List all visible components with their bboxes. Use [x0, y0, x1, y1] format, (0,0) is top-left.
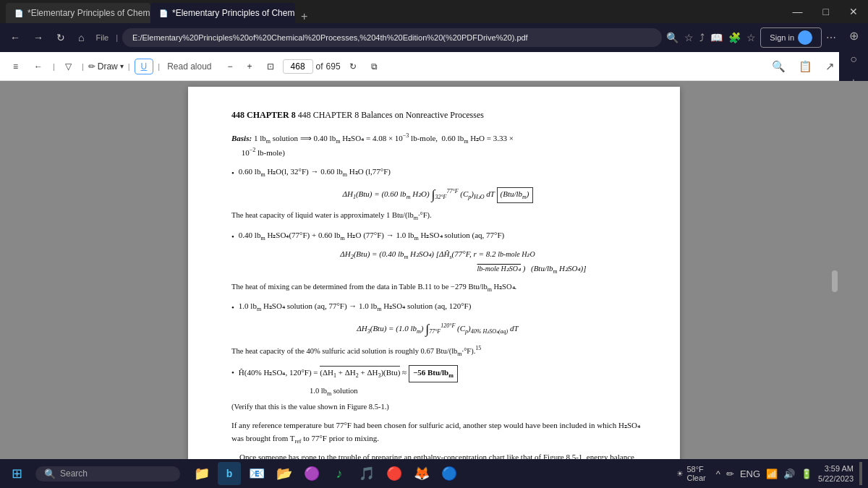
- equation-1: ΔH1(Btu) = (0.60 lbm H₂O) ∫32°F77°F (Cp)…: [231, 184, 644, 205]
- tab-icon-2: 📄: [159, 9, 168, 17]
- start-button[interactable]: ⊞: [6, 466, 28, 481]
- tab-bar: 📄 *Elementary Principles of Chemic ✕ 📄 *…: [6, 0, 313, 23]
- toolbar-sep4: |: [158, 62, 160, 71]
- address-fav-icon[interactable]: ☆: [684, 32, 694, 43]
- taskbar-right-area: ☀ 58°F Clear ^ ✏ ENG 📶 🔊 🔋 3:59 AM 5/22/…: [676, 462, 862, 485]
- restore-button[interactable]: □: [819, 4, 833, 19]
- toolbar-separator: |: [53, 62, 55, 71]
- temperature-label: 58°F: [686, 465, 705, 474]
- taskbar-app-file-explorer[interactable]: 📁: [190, 462, 213, 485]
- main-content-area: 448 CHAPTER 8 448 CHAPTER 8 Balances on …: [0, 81, 868, 459]
- toolbar-sep3: |: [128, 62, 130, 71]
- toolbar-filter-button[interactable]: ▽: [59, 59, 77, 74]
- show-desktop-button[interactable]: [859, 462, 862, 485]
- address-search-icon[interactable]: 🔍: [666, 32, 678, 43]
- weather-icon: ☀: [676, 469, 684, 479]
- taskbar-app-youtube[interactable]: 🔴: [383, 462, 406, 485]
- read-aloud-label: Read aloud: [167, 61, 211, 72]
- clock-widget[interactable]: 3:59 AM 5/22/2023: [818, 463, 854, 484]
- zoom-in-button[interactable]: +: [242, 59, 258, 74]
- toolbar-link-button[interactable]: ↗: [822, 59, 838, 74]
- weather-condition: Clear: [686, 474, 705, 482]
- refresh-button[interactable]: ↻: [52, 29, 69, 46]
- taskbar-search-box[interactable]: 🔍 Search: [35, 466, 180, 481]
- pdf-content: Basis: 1 lbm solution ⟹ 0.40 lbm H₂SO₄ =…: [231, 132, 644, 459]
- file-label: File: [95, 33, 109, 42]
- sign-in-label: Sign in: [770, 33, 794, 42]
- toolbar-search-button[interactable]: 🔍: [768, 59, 789, 74]
- tray-chevron-icon[interactable]: ^: [716, 468, 720, 479]
- underline-tool-button[interactable]: U: [135, 59, 154, 74]
- add-tab-button[interactable]: +: [295, 10, 313, 23]
- bullet-text-1: 0.60 lbm H₂O(l, 32°F) → 0.60 lbm H₂O (l,…: [239, 166, 391, 180]
- sidebar-add-icon[interactable]: ⊕: [849, 29, 859, 43]
- eq2-text: ΔH2(Btu) = (0.40 lbm H₂SO₄) [ΔĤs(77°F, r…: [289, 249, 587, 273]
- bullet-dot-4: •: [231, 367, 234, 382]
- bullet-dot-2: •: [231, 231, 234, 244]
- page-total-label: 695: [326, 61, 341, 72]
- scroll-handle[interactable]: [832, 270, 838, 292]
- title-bar: 📄 *Elementary Principles of Chemic ✕ 📄 *…: [0, 0, 868, 23]
- address-read-icon[interactable]: 📖: [710, 32, 723, 43]
- bullet4-denominator: 1.0 lbm solution: [249, 385, 644, 399]
- equation-3: ΔH3(Btu) = (1.0 lbm) ∫77°F120°F (Cp)40% …: [231, 319, 644, 340]
- address-input[interactable]: [122, 28, 662, 47]
- tab-1[interactable]: 📄 *Elementary Principles of Chemic ✕: [6, 3, 150, 23]
- taskbar-app-folder[interactable]: 📂: [273, 462, 296, 485]
- taskbar-app-firefox[interactable]: 🦊: [410, 462, 433, 485]
- tray-pen-icon[interactable]: ✏: [726, 468, 734, 479]
- sidebar-circle-icon[interactable]: ○: [850, 53, 857, 66]
- tray-wifi-icon[interactable]: 📶: [766, 468, 778, 479]
- toolbar-menu-button[interactable]: ≡: [7, 59, 24, 74]
- toolbar-back-button[interactable]: ←: [28, 59, 48, 74]
- close-button[interactable]: ✕: [845, 4, 862, 19]
- taskbar-app-edge[interactable]: b: [218, 462, 241, 485]
- zoom-out-button[interactable]: −: [222, 59, 239, 74]
- draw-pencil-icon: ✏: [88, 61, 95, 72]
- rotate-page-button[interactable]: ↻: [344, 59, 362, 74]
- minimize-button[interactable]: —: [788, 4, 807, 19]
- bullet-dot-1: •: [231, 167, 234, 180]
- copy-page-button[interactable]: ⧉: [365, 59, 383, 74]
- page-number-input[interactable]: [283, 59, 313, 74]
- draw-tool[interactable]: ✏ Draw ▾: [88, 61, 124, 72]
- clock-date: 5/22/2023: [818, 474, 854, 484]
- taskbar-app-spotify[interactable]: ♪: [328, 462, 351, 485]
- tray-volume-icon[interactable]: 🔊: [783, 468, 795, 479]
- taskbar-app-media[interactable]: 🎵: [355, 462, 378, 485]
- address-share-icon[interactable]: ⤴: [699, 32, 705, 43]
- fit-page-button[interactable]: ⊡: [261, 59, 280, 74]
- note-1: The heat capacity of liquid water is app…: [231, 210, 644, 223]
- browser-menu-icon[interactable]: ⋯: [826, 32, 836, 43]
- basis-text: 1 lbm solution ⟹ 0.40 lbm H₂SO₄ = 4.08 ×…: [231, 134, 514, 158]
- tray-battery-icon[interactable]: 🔋: [801, 468, 812, 479]
- forward-button[interactable]: →: [29, 29, 48, 46]
- taskbar-app-mail[interactable]: 📧: [245, 462, 268, 485]
- tab-2[interactable]: 📄 *Elementary Principles of Chemi ✕: [150, 3, 295, 23]
- address-ext-icon[interactable]: 🧩: [728, 32, 741, 43]
- tab-label-2: *Elementary Principles of Chemi: [172, 8, 295, 18]
- bullet-item-1: • 0.60 lbm H₂O(l, 32°F) → 0.60 lbm H₂O (…: [231, 166, 644, 180]
- address-icons: 🔍 ☆ ⤴ 📖 🧩 ☆: [666, 32, 756, 43]
- draw-label: Draw: [98, 61, 118, 72]
- bullet-text-2: 0.40 lbm H₂SO₄(77°F) + 0.60 lbm H₂O (77°…: [239, 229, 504, 244]
- taskbar-app-teams[interactable]: 🟣: [300, 462, 323, 485]
- toolbar-copy-button[interactable]: 📋: [795, 59, 816, 74]
- bullet-item-2: • 0.40 lbm H₂SO₄(77°F) + 0.60 lbm H₂O (7…: [231, 229, 644, 244]
- system-tray-icons: ^ ✏ ENG 📶 🔊 🔋: [716, 468, 812, 479]
- taskbar-app-extra[interactable]: 🔵: [438, 462, 461, 485]
- pdf-toolbar: ≡ ← | ▽ | ✏ Draw ▾ | U | Read aloud − + …: [0, 52, 868, 81]
- bullet-text-3: 1.0 lbm H₂SO₄ solution (aq, 77°F) → 1.0 …: [239, 300, 471, 314]
- chapter-title: 448 CHAPTER 8 Balances on Nonreactive Pr…: [298, 110, 484, 120]
- bullet-text-4: Ĥ(40% H₂SO₄, 120°F) = (ΔH1 + ΔH2 + ΔH3)(…: [239, 365, 458, 382]
- basis-label: Basis:: [231, 134, 252, 142]
- back-button[interactable]: ←: [6, 29, 25, 46]
- sign-in-button[interactable]: Sign in: [760, 27, 822, 48]
- address-fav2-icon[interactable]: ☆: [746, 32, 756, 43]
- window-controls: — □ ✕: [788, 4, 862, 19]
- note-2: The heat of mixing can be determined fro…: [231, 281, 644, 295]
- home-button[interactable]: ⌂: [74, 29, 88, 46]
- bullet-item-3: • 1.0 lbm H₂SO₄ solution (aq, 77°F) → 1.…: [231, 300, 644, 314]
- toolbar-sep2: |: [82, 62, 84, 71]
- draw-chevron-icon: ▾: [120, 62, 124, 70]
